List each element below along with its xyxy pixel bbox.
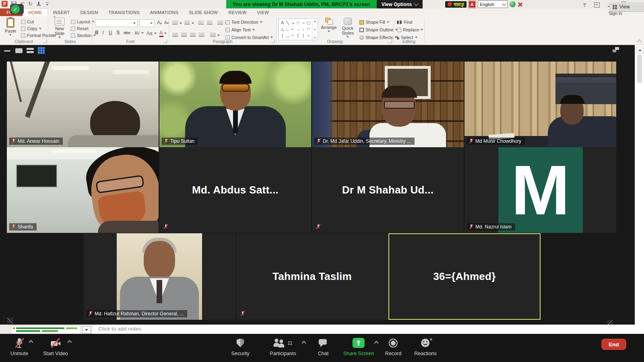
shape-star-icon[interactable]: ☆ bbox=[307, 33, 310, 38]
sign-in-link[interactable]: Sign in bbox=[609, 11, 622, 16]
participant-tile-shahab[interactable]: Dr M Shahab Ud... bbox=[312, 147, 464, 233]
record-button[interactable]: Record bbox=[385, 337, 401, 356]
participant-tile-nazrul[interactable]: M Md. Nazrul Islam bbox=[464, 147, 616, 233]
shape-left-brace-icon[interactable]: { bbox=[297, 33, 299, 38]
redo-icon[interactable] bbox=[28, 1, 33, 6]
shape-fill-button[interactable]: Shape Fill bbox=[359, 20, 389, 25]
participant-tile-tahmina[interactable]: Tahmina Taslim bbox=[236, 233, 388, 320]
underline-button[interactable]: U bbox=[109, 30, 112, 35]
shape-triangle-icon[interactable]: △ bbox=[281, 27, 284, 31]
shape-arc-icon[interactable]: ◡ bbox=[286, 33, 289, 38]
font-name-select[interactable] bbox=[95, 19, 138, 27]
help-icon[interactable] bbox=[583, 1, 586, 8]
tab-slideshow[interactable]: SLIDE SHOW bbox=[184, 8, 223, 16]
globe-icon[interactable] bbox=[510, 1, 516, 7]
layout-button[interactable]: Layout bbox=[71, 19, 94, 24]
shape-chord-icon[interactable]: ◠ bbox=[307, 27, 310, 31]
bold-button[interactable]: B bbox=[95, 30, 99, 35]
avro-keyboard-icon[interactable] bbox=[469, 1, 476, 8]
shape-rectangle-icon[interactable]: □ bbox=[297, 21, 299, 25]
unmute-button[interactable]: Unmute bbox=[10, 337, 28, 356]
participant-tile-munir[interactable]: Md Munir Chowdhury bbox=[464, 62, 616, 147]
tab-home[interactable]: HOME bbox=[23, 8, 47, 16]
gallery-view-icon[interactable] bbox=[38, 47, 40, 49]
security-button[interactable]: Security bbox=[231, 337, 249, 356]
align-left-button[interactable] bbox=[172, 33, 178, 37]
participant-tile-hafizur[interactable]: Md. Hafizur Rahman, Director General, ..… bbox=[84, 233, 235, 320]
shapes-gallery[interactable]: A ╲ ↘ □ ○ ▢ △ ∟ ⌐ → ↓ ◠ ∫ ◡ ~ { } ☆ ▲▼▼ bbox=[279, 19, 318, 40]
minimize-gallery-icon[interactable] bbox=[4, 50, 10, 51]
quick-styles-button[interactable]: Quick Styles bbox=[339, 18, 357, 38]
cut-button[interactable]: Cut bbox=[21, 19, 34, 24]
bullets-button[interactable] bbox=[172, 21, 182, 25]
participant-tile-tipu[interactable]: Tipu Sultan bbox=[159, 62, 311, 147]
align-right-button[interactable] bbox=[190, 33, 196, 37]
shape-right-arrow-icon[interactable]: → bbox=[296, 27, 300, 31]
view-options-button[interactable]: View Options bbox=[377, 0, 423, 8]
end-meeting-button[interactable]: End bbox=[601, 339, 626, 350]
clipboard-dialog-launcher[interactable] bbox=[43, 39, 47, 43]
tab-design[interactable]: DESIGN bbox=[75, 8, 103, 16]
zoom-view-button[interactable]: View bbox=[609, 2, 644, 11]
decrease-indent-button[interactable] bbox=[198, 21, 204, 25]
share-screen-button[interactable]: Share Screen bbox=[343, 337, 374, 356]
strikethrough-button[interactable]: abc bbox=[124, 30, 130, 35]
shape-curve-icon[interactable]: ~ bbox=[292, 33, 294, 38]
start-video-button[interactable]: Start Video bbox=[43, 337, 68, 356]
increase-indent-button[interactable] bbox=[207, 21, 213, 25]
participant-tile-sharifa[interactable]: Sharifa bbox=[7, 147, 159, 233]
share-options-chevron[interactable] bbox=[374, 341, 378, 344]
font-size-select[interactable] bbox=[139, 19, 155, 27]
shape-down-arrow-icon[interactable]: ↓ bbox=[302, 27, 304, 31]
text-shadow-button[interactable]: S bbox=[116, 30, 120, 35]
resize-handle[interactable] bbox=[7, 318, 13, 323]
shape-elbow-arrow-icon[interactable]: ⌐ bbox=[292, 27, 294, 31]
shape-oval-icon[interactable]: ○ bbox=[302, 21, 304, 25]
tab-animations[interactable]: ANIMATIONS bbox=[145, 8, 184, 16]
resize-handle[interactable] bbox=[607, 320, 613, 325]
speaker-view-icon[interactable] bbox=[15, 48, 23, 53]
shape-line-icon[interactable]: ╲ bbox=[286, 21, 289, 25]
font-dialog-launcher[interactable] bbox=[163, 39, 167, 43]
convert-smartart-button[interactable]: Convert to SmartArt bbox=[225, 35, 273, 40]
align-center-button[interactable] bbox=[181, 33, 187, 37]
tab-view[interactable]: VIEW bbox=[252, 8, 274, 16]
close-avro-icon[interactable] bbox=[518, 2, 522, 7]
participants-options-chevron[interactable] bbox=[302, 341, 305, 344]
scroll-up-button[interactable] bbox=[636, 47, 644, 53]
language-select[interactable]: English bbox=[478, 0, 508, 8]
paragraph-dialog-launcher[interactable] bbox=[271, 39, 275, 43]
font-color-button[interactable]: A bbox=[159, 30, 167, 37]
ribbon-display-options-icon[interactable] bbox=[594, 2, 600, 8]
shape-arrow-line-icon[interactable]: ↘ bbox=[291, 21, 294, 25]
shape-scribble-icon[interactable]: ∫ bbox=[282, 33, 283, 38]
scrollbar-thumb[interactable] bbox=[637, 55, 642, 83]
shape-elbow-icon[interactable]: ∟ bbox=[286, 27, 290, 31]
participant-tile-anwar[interactable]: Md. Anwar Hossain bbox=[7, 62, 159, 147]
italic-button[interactable]: I bbox=[102, 30, 104, 36]
participants-button[interactable]: 11 Participants bbox=[270, 337, 296, 356]
participant-tile-jafar[interactable]: Dr. Md Jafar Uddin, Secretary, Ministry … bbox=[312, 62, 464, 147]
shapes-gallery-scroll[interactable]: ▲▼▼ bbox=[312, 19, 318, 40]
copy-button[interactable]: Copy bbox=[21, 26, 41, 31]
arrange-button[interactable]: Arrange bbox=[320, 18, 338, 32]
audio-options-chevron[interactable] bbox=[29, 340, 33, 343]
video-options-chevron[interactable] bbox=[68, 340, 71, 343]
shape-rounded-rect-icon[interactable]: ▢ bbox=[307, 21, 310, 25]
align-text-button[interactable]: Align Text bbox=[225, 27, 255, 32]
text-direction-button[interactable]: Text Direction bbox=[225, 20, 262, 25]
justify-button[interactable] bbox=[199, 33, 204, 37]
replace-button[interactable]: Replace bbox=[397, 27, 423, 32]
layout-toggle-icon[interactable] bbox=[613, 47, 619, 52]
drawing-dialog-launcher[interactable] bbox=[388, 39, 392, 43]
tab-review[interactable]: REVIEW bbox=[223, 8, 252, 16]
character-spacing-button[interactable]: AV bbox=[134, 31, 144, 35]
shape-textbox-icon[interactable]: A bbox=[281, 21, 284, 25]
columns-button[interactable] bbox=[210, 33, 220, 37]
participant-tile-abdus[interactable]: Md. Abdus Satt... bbox=[159, 147, 311, 233]
shape-outline-button[interactable]: Shape Outline bbox=[359, 27, 398, 32]
numbering-button[interactable] bbox=[184, 21, 194, 25]
qat-customize-icon[interactable] bbox=[45, 2, 49, 6]
strip-view-icon[interactable] bbox=[27, 48, 34, 53]
touch-mode-icon[interactable] bbox=[36, 1, 41, 6]
